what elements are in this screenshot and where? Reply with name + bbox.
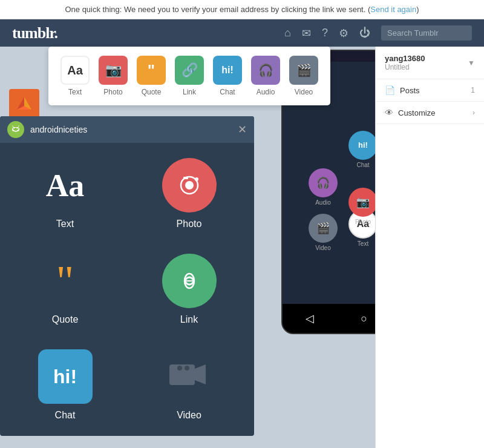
svg-marker-17 <box>195 364 206 384</box>
text-type-icon: Aa <box>60 56 90 85</box>
sidebar-item-customize[interactable]: 👁 Customize › <box>376 102 484 124</box>
mail-icon[interactable]: ✉ <box>302 27 311 40</box>
sidebar-user-chevron[interactable]: ▼ <box>468 59 475 67</box>
audio-type-icon: 🎧 <box>251 56 280 85</box>
left-panel: Aa Text 📷 Photo " Quote 🔗 Link hi! Chat <box>0 47 272 448</box>
home-icon[interactable]: ⌂ <box>284 27 291 39</box>
svg-line-7 <box>18 126 19 127</box>
radial-item-chat[interactable]: hi! Chat <box>348 131 378 168</box>
phone-back-icon[interactable]: ◁ <box>306 312 314 325</box>
customize-label: Customize <box>398 108 435 117</box>
radial-chat-icon: hi! <box>348 131 378 160</box>
customize-chevron: › <box>473 108 475 117</box>
sidebar-item-posts[interactable]: 📄 Posts 1 <box>376 79 484 102</box>
post-type-chat[interactable]: hi! Chat <box>213 56 242 96</box>
photo-type-icon: 📷 <box>99 56 128 85</box>
power-icon[interactable]: ⏻ <box>359 27 370 39</box>
settings-icon[interactable]: ⚙ <box>339 27 348 40</box>
grid-video-label: Video <box>177 410 201 421</box>
svg-rect-16 <box>169 364 195 385</box>
customize-icon: 👁 <box>385 108 393 117</box>
grid-video-icon <box>162 349 217 404</box>
notification-bar: One quick thing: We need you to verify y… <box>0 0 484 19</box>
quote-type-label: Quote <box>142 88 162 96</box>
radial-audio-icon: 🎧 <box>309 168 338 197</box>
radial-video-label: Video <box>315 245 330 251</box>
notification-text-after: ) <box>416 5 419 14</box>
grid-quote-icon: " <box>38 254 93 308</box>
grid-item-text[interactable]: Aa Text <box>9 152 121 236</box>
sidebar-username: yang13680 <box>385 54 425 63</box>
radial-text-label: Text <box>358 240 368 247</box>
sidebar: yang13680 Untitled ▼ 📄 Posts 1 👁 Customi… <box>375 47 484 448</box>
post-creation-panel: androidniceties ✕ Aa Text <box>0 116 254 436</box>
sidebar-blog-name: Untitled <box>385 63 425 71</box>
watermark: www.jiazai8.com <box>436 440 481 446</box>
help-icon[interactable]: ? <box>322 27 328 39</box>
sidebar-user: yang13680 Untitled ▼ <box>376 47 484 79</box>
quote-type-icon: " <box>137 56 166 85</box>
logo[interactable]: tumblr. <box>12 24 57 42</box>
send-again-link[interactable]: Send it again <box>370 5 416 14</box>
photo-type-label: Photo <box>103 88 122 96</box>
svg-point-19 <box>185 366 189 371</box>
pyramid-icon <box>9 89 39 119</box>
video-type-icon: 🎬 <box>289 56 318 85</box>
svg-line-6 <box>13 126 14 127</box>
grid-item-video[interactable]: Video <box>133 343 245 427</box>
post-picker-popup: Aa Text 📷 Photo " Quote 🔗 Link hi! Chat <box>48 47 330 105</box>
radial-item-video[interactable]: 🎬 Video <box>309 214 338 251</box>
posts-count: 1 <box>471 86 475 94</box>
link-type-icon: 🔗 <box>175 56 204 85</box>
post-type-text[interactable]: Aa Text <box>60 56 90 96</box>
post-type-audio[interactable]: 🎧 Audio <box>251 56 280 96</box>
grid-item-link[interactable]: Link <box>133 248 245 331</box>
radial-chat-label: Chat <box>356 162 369 168</box>
radial-item-photo[interactable]: 📷 Photo <box>348 188 378 225</box>
radial-item-audio[interactable]: 🎧 Audio <box>309 168 338 206</box>
panel-close-button[interactable]: ✕ <box>238 123 247 136</box>
posts-label: Posts <box>400 86 420 95</box>
svg-rect-11 <box>183 177 188 179</box>
post-type-quote[interactable]: " Quote <box>137 56 166 96</box>
posts-icon: 📄 <box>385 85 395 95</box>
grid-link-label: Link <box>180 314 198 325</box>
radial-photo-icon: 📷 <box>348 188 378 217</box>
notification-text: One quick thing: We need you to verify y… <box>65 5 370 14</box>
svg-point-12 <box>195 177 198 181</box>
post-panel-header: androidniceties ✕ <box>0 116 254 143</box>
text-type-label: Text <box>68 88 82 96</box>
video-type-label: Video <box>295 88 313 96</box>
audio-type-label: Audio <box>257 88 275 96</box>
grid-text-icon: Aa <box>38 158 93 212</box>
grid-text-label: Text <box>56 219 74 229</box>
svg-point-10 <box>185 181 194 189</box>
header: tumblr. ⌂ ✉ ? ⚙ ⏻ <box>0 19 484 47</box>
svg-point-18 <box>177 366 182 371</box>
grid-chat-label: Chat <box>55 410 76 421</box>
phone-home-icon[interactable]: ○ <box>361 312 367 325</box>
grid-item-quote[interactable]: " Quote <box>9 248 121 331</box>
radial-audio-label: Audio <box>315 199 331 206</box>
post-type-link[interactable]: 🔗 Link <box>175 56 204 96</box>
radial-video-icon: 🎬 <box>309 214 338 243</box>
android-robot-icon <box>7 121 24 138</box>
grid-photo-label: Photo <box>177 219 202 229</box>
main-area: Aa Text 📷 Photo " Quote 🔗 Link hi! Chat <box>0 47 484 448</box>
chat-type-icon: hi! <box>213 56 242 85</box>
grid-item-photo[interactable]: Photo <box>133 152 245 236</box>
blog-name-label: androidniceties <box>30 125 232 134</box>
search-input[interactable] <box>381 25 472 41</box>
post-type-video[interactable]: 🎬 Video <box>289 56 318 96</box>
grid-chat-icon: hi! <box>38 349 93 404</box>
grid-quote-label: Quote <box>52 314 79 325</box>
post-type-grid: Aa Text Photo <box>0 143 254 436</box>
post-type-photo[interactable]: 📷 Photo <box>99 56 128 96</box>
grid-link-icon <box>162 254 217 308</box>
header-nav: ⌂ ✉ ? ⚙ ⏻ <box>284 25 472 41</box>
link-type-label: Link <box>183 88 196 96</box>
radial-photo-label: Photo <box>355 219 371 225</box>
chat-type-label: Chat <box>220 88 235 96</box>
grid-item-chat[interactable]: hi! Chat <box>9 343 121 427</box>
grid-photo-icon <box>162 158 217 212</box>
